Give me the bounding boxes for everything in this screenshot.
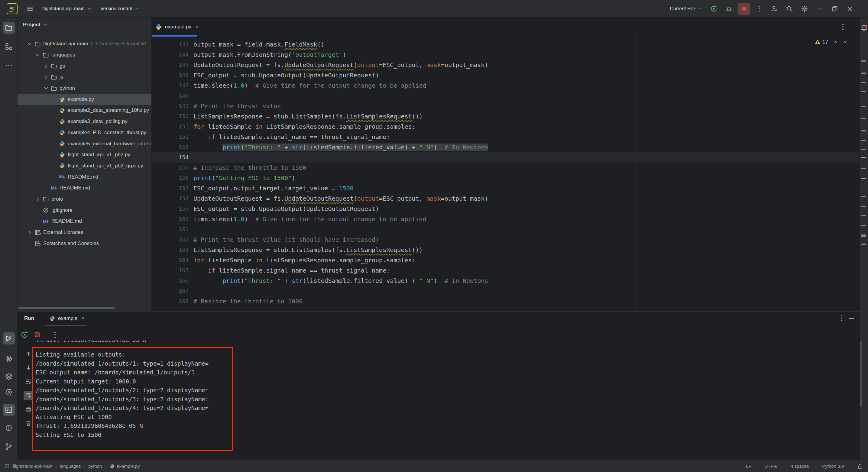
code-line-146[interactable]: 146ESC_output = stub.UpdateOutput(Update… xyxy=(152,70,860,81)
run-tab-close-icon[interactable]: × xyxy=(81,315,85,321)
error-stripe-mark[interactable] xyxy=(861,149,866,150)
code-line-148[interactable]: 148 xyxy=(152,91,860,101)
code-line-154[interactable]: 154 xyxy=(152,152,860,163)
breadcrumb-item-languages[interactable]: languages xyxy=(60,464,81,469)
chev-down-icon[interactable] xyxy=(27,41,33,47)
chev-down-icon[interactable] xyxy=(43,85,49,91)
scroll-to-end-button[interactable] xyxy=(24,391,33,400)
tree-item-flightstand-api-main[interactable]: flightstand-api-mainC:\Users\Shijie\Down… xyxy=(18,38,151,50)
console-scrollbar[interactable] xyxy=(860,341,862,407)
tab-close-icon[interactable]: × xyxy=(195,24,199,30)
indent-widget[interactable]: 4 spaces xyxy=(790,464,809,469)
tree-item-example4-pid-constant-thrust-py[interactable]: example4_PID_constant_thrust.py xyxy=(18,127,151,138)
tool-strip-structure-button[interactable] xyxy=(3,40,15,53)
encoding-widget[interactable]: UTF-8 xyxy=(765,464,778,469)
error-stripe-mark[interactable] xyxy=(861,178,866,179)
line-separator-widget[interactable]: LF xyxy=(746,464,751,469)
tree-item-scratches-and-consoles[interactable]: Scratches and Consoles xyxy=(18,238,151,249)
code-line-155[interactable]: 155# Increase the throttle to 1500 xyxy=(152,163,860,173)
code-line-164[interactable]: 164for listedSample in ListSamplesRespon… xyxy=(152,255,860,265)
tree-item-flight-stand-api-v1-pb2-py[interactable]: flight_stand_api_v1_pb2.py xyxy=(18,149,151,160)
tree-item-example5-external-hardware-interfac[interactable]: example5_external_hardware_interfac xyxy=(18,138,151,149)
tree-item-example3-data-polling-py[interactable]: example3_data_polling.py xyxy=(18,116,151,127)
print-button[interactable] xyxy=(24,405,33,414)
tree-item-readme-md[interactable]: MREADME.md xyxy=(18,171,151,183)
error-stripe-mark[interactable] xyxy=(861,60,866,62)
code-line-165[interactable]: 165 if listedSample.signal_name == thrus… xyxy=(152,265,860,276)
error-stripe-mark[interactable] xyxy=(861,225,866,226)
code-line-161[interactable]: 161 xyxy=(152,224,860,234)
tool-strip-project-folder-button[interactable] xyxy=(3,22,15,34)
chev-right-icon[interactable] xyxy=(27,229,33,235)
code-line-167[interactable]: 167 xyxy=(152,286,860,296)
tool-strip-services-button[interactable] xyxy=(3,371,15,383)
code-line-156[interactable]: 156print("Setting ESC to 1500") xyxy=(152,173,860,183)
tree-item-example2-data-streaming-10hz-py[interactable]: example2_data_streaming_10hz.py xyxy=(18,105,151,116)
chev-right-icon[interactable] xyxy=(35,196,41,202)
project-tree-hscrollbar[interactable] xyxy=(18,307,115,309)
minimize-button[interactable] xyxy=(814,3,826,15)
console[interactable]: Thrust: 2.1356246536525478e-05 N Listing… xyxy=(36,341,852,455)
tree-item-languages[interactable]: languages xyxy=(18,50,151,61)
tree-item-js[interactable]: js xyxy=(18,72,151,83)
rerun-button[interactable] xyxy=(21,331,28,340)
code-line-168[interactable]: 168# Restore the throttle to 1000 xyxy=(152,296,860,306)
tree-item-readme-md[interactable]: MREADME.md xyxy=(18,183,151,194)
chev-right-icon[interactable] xyxy=(43,63,49,69)
clear-all-button[interactable] xyxy=(24,418,33,428)
vcs-menu[interactable]: Version control xyxy=(100,6,140,11)
error-stripe-mark[interactable] xyxy=(861,130,866,131)
kebab-button[interactable] xyxy=(51,331,59,340)
code-line-160[interactable]: 160time.sleep(1.0) # Give time for the o… xyxy=(152,214,860,224)
error-stripe-mark[interactable] xyxy=(861,196,866,197)
error-stripe-mark[interactable] xyxy=(861,168,866,169)
error-stripe-mark[interactable] xyxy=(861,72,866,74)
tool-window-widget-icon[interactable] xyxy=(4,464,10,469)
settings-button[interactable] xyxy=(799,3,811,15)
code-line-153[interactable]: 153 print("Thrust: " + str(listedSample.… xyxy=(152,142,860,152)
user-plus-button[interactable] xyxy=(768,3,780,15)
tool-strip-more-h-button[interactable] xyxy=(3,59,15,71)
code-line-162[interactable]: 162# Print the thrust value (it should h… xyxy=(152,234,860,245)
tool-strip-problems-button[interactable] xyxy=(3,422,15,434)
stop-button[interactable] xyxy=(738,3,750,15)
chev-right-icon[interactable] xyxy=(43,74,49,80)
run-tab-example[interactable]: example × xyxy=(45,312,89,325)
error-stripe-mark[interactable] xyxy=(861,140,866,141)
tool-strip-python-packages-button[interactable] xyxy=(3,353,15,365)
tree-item-example-py[interactable]: example.py xyxy=(18,94,151,105)
error-stripe-mark[interactable] xyxy=(861,106,866,107)
tree-item-external-libraries[interactable]: External Libraries xyxy=(18,227,151,238)
tool-strip-python-console-button[interactable] xyxy=(3,386,15,398)
code-line-143[interactable]: 143output_mask = field_mask.FieldMask() xyxy=(152,39,860,50)
tab-example-py[interactable]: example.py × xyxy=(152,18,204,36)
tree-item-flight-stand-api-v1-pb2-grpc-py[interactable]: flight_stand_api_v1_pb2_grpc.py xyxy=(18,160,151,171)
tool-strip-version-control-button[interactable] xyxy=(3,441,15,453)
code-line-163[interactable]: 163ListSamplesResponse = stub.ListSample… xyxy=(152,245,860,255)
project-selector[interactable]: flightstand-api-main xyxy=(42,6,92,11)
code-line-166[interactable]: 166 print("Thrust: " + str(listedSample.… xyxy=(152,276,860,286)
error-stripe-mark[interactable] xyxy=(861,91,866,92)
code-line-152[interactable]: 152 if listedSample.signal_name == thrus… xyxy=(152,132,860,142)
code-line-144[interactable]: 144output_mask.FromJsonString('outputTar… xyxy=(152,50,860,60)
breadcrumb-item-flightstand-api-main[interactable]: flightstand-api-main xyxy=(13,464,52,469)
code-line-159[interactable]: 159ESC_output = stub.UpdateOutput(Update… xyxy=(152,204,860,214)
code-line-157[interactable]: 157ESC_output.output_target.target_value… xyxy=(152,183,860,193)
code-line-158[interactable]: 158UpdateOutputRequest = fs.UpdateOutput… xyxy=(152,193,860,204)
tree-item-readme-md[interactable]: MREADME.md xyxy=(18,216,151,227)
run-config-selector[interactable]: Current File xyxy=(670,6,702,11)
error-stripe-mark[interactable] xyxy=(861,157,866,158)
error-stripe-mark[interactable] xyxy=(861,206,866,207)
code-line-145[interactable]: 145UpdateOutputRequest = fs.UpdateOutput… xyxy=(152,60,860,70)
error-stripe-mark[interactable] xyxy=(861,215,866,216)
error-stripe-mark[interactable] xyxy=(861,244,866,245)
run-minimize-icon[interactable] xyxy=(848,315,855,322)
run-options-kebab-icon[interactable] xyxy=(838,315,845,322)
main-menu-icon[interactable] xyxy=(26,5,34,13)
error-stripe-mark[interactable] xyxy=(861,82,866,83)
chev-down-icon[interactable] xyxy=(35,52,41,58)
search-button[interactable] xyxy=(783,3,796,15)
tool-strip-run-button[interactable] xyxy=(3,333,15,344)
notifications-bell-icon[interactable] xyxy=(860,24,868,32)
arrow-down-button[interactable] xyxy=(24,363,33,373)
